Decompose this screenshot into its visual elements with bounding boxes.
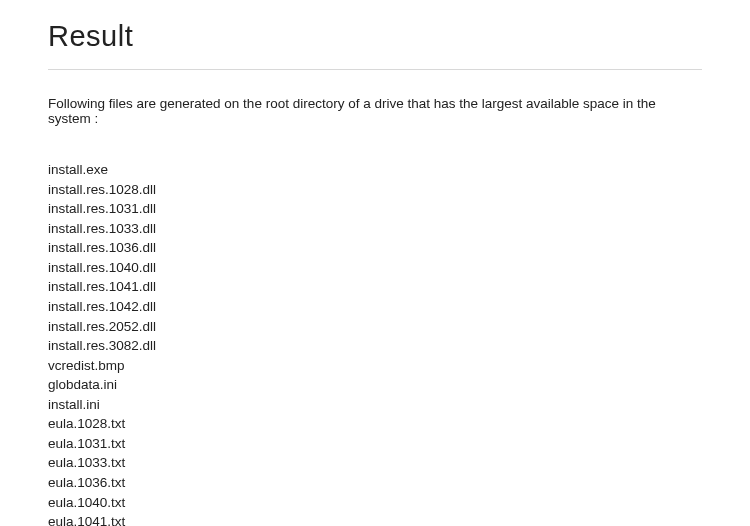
result-heading: Result	[48, 20, 702, 53]
file-item: eula.1040.txt	[48, 493, 702, 513]
file-item: install.res.1042.dll	[48, 297, 702, 317]
file-item: install.res.1031.dll	[48, 199, 702, 219]
divider	[48, 69, 702, 70]
file-item: install.res.1033.dll	[48, 219, 702, 239]
file-list: install.exeinstall.res.1028.dllinstall.r…	[48, 160, 702, 526]
file-item: eula.1033.txt	[48, 453, 702, 473]
file-item: install.res.1040.dll	[48, 258, 702, 278]
file-item: eula.1036.txt	[48, 473, 702, 493]
file-item: install.res.3082.dll	[48, 336, 702, 356]
description-text: Following files are generated on the roo…	[48, 96, 702, 126]
file-item: vcredist.bmp	[48, 356, 702, 376]
file-item: globdata.ini	[48, 375, 702, 395]
file-item: install.ini	[48, 395, 702, 415]
file-item: eula.1028.txt	[48, 414, 702, 434]
file-item: install.res.1036.dll	[48, 238, 702, 258]
file-item: install.res.2052.dll	[48, 317, 702, 337]
file-item: eula.1041.txt	[48, 512, 702, 526]
file-item: install.res.1028.dll	[48, 180, 702, 200]
file-item: install.res.1041.dll	[48, 277, 702, 297]
file-item: eula.1031.txt	[48, 434, 702, 454]
file-item: install.exe	[48, 160, 702, 180]
